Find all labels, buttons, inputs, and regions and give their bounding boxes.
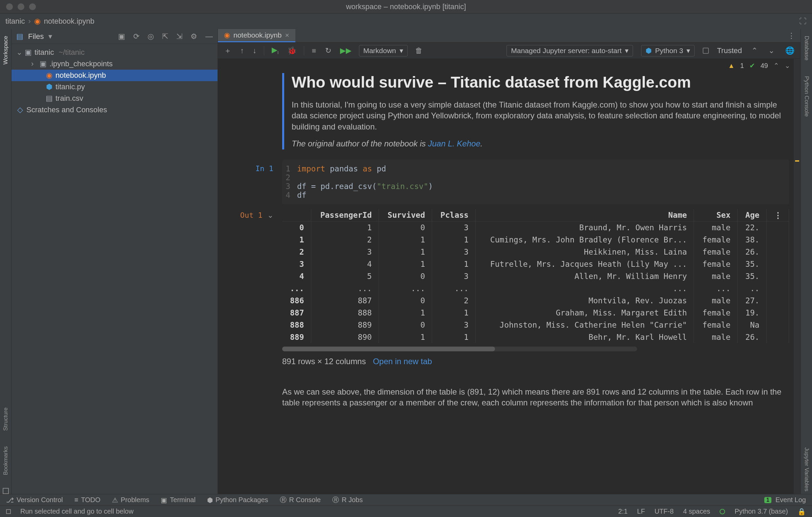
delete-cell-button[interactable]: 🗑 xyxy=(414,46,424,56)
todo-tool-button[interactable]: ≡TODO xyxy=(74,496,100,504)
move-up-button[interactable]: ↑ xyxy=(239,46,245,56)
code-line[interactable]: 4df xyxy=(282,191,789,199)
tree-scratches[interactable]: ◇ Scratches and Consoles xyxy=(12,104,218,116)
move-down-button[interactable]: ↓ xyxy=(251,46,258,56)
event-log-button[interactable]: Event Log xyxy=(775,496,806,504)
code-line[interactable]: 2 xyxy=(282,173,789,182)
table-row[interactable]: .................... xyxy=(282,282,789,295)
code-text[interactable]: df = pd.read_csv("train.csv") xyxy=(297,182,789,191)
run-cell-button[interactable]: ▶I xyxy=(270,45,280,56)
open-in-new-tab-link[interactable]: Open in new tab xyxy=(373,357,432,366)
chevron-down-icon[interactable]: ⌄ xyxy=(267,211,273,219)
maximize-editor-icon[interactable]: ⛶ xyxy=(799,17,807,26)
stop-button[interactable]: ■ xyxy=(310,46,317,56)
lock-icon[interactable]: 🔒 xyxy=(797,508,806,516)
expand-all-icon[interactable]: ⇱ xyxy=(162,32,168,41)
bookmarks-tool-button[interactable]: Bookmarks xyxy=(2,444,9,478)
new-file-icon[interactable]: ▣ xyxy=(118,32,125,41)
interpreter-select[interactable]: ⬢ Python 3 ▾ xyxy=(641,45,695,56)
vcs-tool-button[interactable]: ⎇Version Control xyxy=(6,496,63,504)
code-line[interactable]: 1import pandas as pd xyxy=(282,164,789,173)
close-icon[interactable]: × xyxy=(285,31,289,39)
scrollbar-thumb[interactable] xyxy=(282,347,495,351)
project-scope-label[interactable]: Files xyxy=(28,32,44,41)
markdown-cell[interactable]: Who would survive – Titanic dataset from… xyxy=(282,73,789,149)
code-line[interactable]: 3df = pd.read_csv("train.csv") xyxy=(282,182,789,191)
add-cell-button[interactable]: ＋ xyxy=(223,45,233,56)
author-link[interactable]: Juan L. Kehoe xyxy=(428,139,480,148)
table-header[interactable]: Pclass xyxy=(432,209,476,221)
tree-root[interactable]: ⌄ ▣ titanic ~/titanic xyxy=(12,47,218,58)
gear-icon[interactable]: ⚙ xyxy=(190,32,197,41)
table-header[interactable]: Age xyxy=(738,209,767,221)
tree-item-checkpoints[interactable]: › ▣ .ipynb_checkpoints xyxy=(12,58,218,70)
locate-icon[interactable]: ◎ xyxy=(148,32,154,41)
table-row[interactable]: 3411Futrelle, Mrs. Jacques Heath (Lily M… xyxy=(282,258,789,270)
database-tool-button[interactable]: Database xyxy=(803,33,810,63)
jupyter-variables-tool-button[interactable]: Jupyter Variables xyxy=(803,445,810,494)
tool-window-square-icon[interactable] xyxy=(3,488,9,494)
jupyter-server-select[interactable]: Managed Jupyter server: auto-start ▾ xyxy=(506,45,633,56)
table-row[interactable]: 4503Allen, Mr. William Henrymale35. xyxy=(282,270,789,282)
table-row[interactable]: 2313Heikkinen, Miss. Lainafemale26. xyxy=(282,246,789,258)
prev-button[interactable]: ⌃ xyxy=(750,46,759,56)
indent[interactable]: 4 spaces xyxy=(683,508,710,515)
horizontal-scrollbar[interactable] xyxy=(282,347,637,351)
code-text[interactable] xyxy=(297,173,789,182)
refresh-icon[interactable]: ⟳ xyxy=(133,32,139,41)
restart-kernel-button[interactable]: ↻ xyxy=(324,46,333,56)
structure-tool-button[interactable]: Structure xyxy=(2,405,9,433)
zoom-window-icon[interactable] xyxy=(29,3,36,10)
table-row[interactable]: 88989011Behr, Mr. Karl Howellmale26. xyxy=(282,331,789,343)
next-button[interactable]: ⌄ xyxy=(767,46,776,56)
breadcrumb-file[interactable]: notebook.ipynb xyxy=(44,17,94,26)
problems-tool-button[interactable]: ⚠Problems xyxy=(112,496,149,504)
encoding[interactable]: UTF-8 xyxy=(654,508,674,515)
table-header[interactable]: Name xyxy=(475,209,694,221)
table-menu-icon[interactable]: ⋮ xyxy=(766,209,789,221)
collapse-all-icon[interactable]: ⇲ xyxy=(176,32,182,41)
code-text[interactable]: import pandas as pd xyxy=(297,164,789,173)
inspection-widget[interactable]: ▲ 1 ✔ 49 ⌃ ⌄ xyxy=(728,62,790,70)
close-window-icon[interactable] xyxy=(6,3,13,10)
interpreter-status[interactable]: Python 3.7 (base) xyxy=(735,508,788,515)
tab-notebook[interactable]: ◉ notebook.ipynb × xyxy=(218,29,295,42)
table-header[interactable]: PassengerId xyxy=(311,209,379,221)
markdown-below[interactable]: As we can see above, the dimension of th… xyxy=(282,386,789,408)
table-row[interactable]: 1211Cumings, Mrs. John Bradley (Florence… xyxy=(282,234,789,246)
code-body[interactable]: 1import pandas as pd23df = pd.read_csv("… xyxy=(282,160,789,204)
chevron-up-icon[interactable]: ⌃ xyxy=(773,62,779,70)
r-jobs-tool-button[interactable]: ⓇR Jobs xyxy=(332,495,363,504)
table-row[interactable]: 88688702Montvila, Rev. Juozasmale27. xyxy=(282,295,789,307)
chevron-down-icon[interactable]: ▾ xyxy=(48,32,52,41)
table-row[interactable]: 88888903Johnston, Miss. Catherine Helen … xyxy=(282,319,789,331)
cursor-position[interactable]: 2:1 xyxy=(618,508,628,515)
breadcrumb-project[interactable]: titanic xyxy=(5,17,25,26)
code-cell[interactable]: In 1 1import pandas as pd23df = pd.read_… xyxy=(218,160,789,204)
chevron-down-icon[interactable]: ⌄ xyxy=(785,62,790,70)
browser-icon[interactable]: 🌐 xyxy=(784,46,796,56)
run-all-button[interactable]: ▶▶ xyxy=(339,46,353,56)
terminal-tool-button[interactable]: ▣Terminal xyxy=(161,496,196,504)
python-console-tool-button[interactable]: Python Console xyxy=(803,73,810,119)
line-ending[interactable]: LF xyxy=(637,508,645,515)
cell-type-select[interactable]: Markdown ▾ xyxy=(359,45,408,56)
hide-icon[interactable]: — xyxy=(205,32,213,41)
files-scope-icon[interactable]: ▤ xyxy=(16,32,23,41)
tab-menu-icon[interactable]: ⋮ xyxy=(782,29,800,42)
code-text[interactable]: df xyxy=(297,191,789,199)
debug-cell-button[interactable]: 🐞 xyxy=(286,46,298,56)
tool-window-square-icon[interactable] xyxy=(6,509,11,514)
r-console-tool-button[interactable]: ⓇR Console xyxy=(280,495,321,504)
minimize-window-icon[interactable] xyxy=(18,3,24,10)
tree-item-notebook[interactable]: ◉ notebook.ipynb xyxy=(12,70,218,81)
table-header[interactable]: Sex xyxy=(694,209,738,221)
workspace-tool-button[interactable]: Workspace xyxy=(2,33,9,67)
table-header[interactable]: Survived xyxy=(379,209,432,221)
dataframe-table[interactable]: PassengerIdSurvivedPclassNameSexAge⋮0103… xyxy=(282,209,789,343)
table-row[interactable]: 88788811Graham, Miss. Margaret Edithfema… xyxy=(282,307,789,319)
tree-item-csv[interactable]: ▤ train.csv xyxy=(12,93,218,104)
python-packages-tool-button[interactable]: ⬢Python Packages xyxy=(207,496,268,504)
table-row[interactable]: 0103Braund, Mr. Owen Harrismale22. xyxy=(282,221,789,234)
trusted-checkbox[interactable] xyxy=(703,48,709,54)
